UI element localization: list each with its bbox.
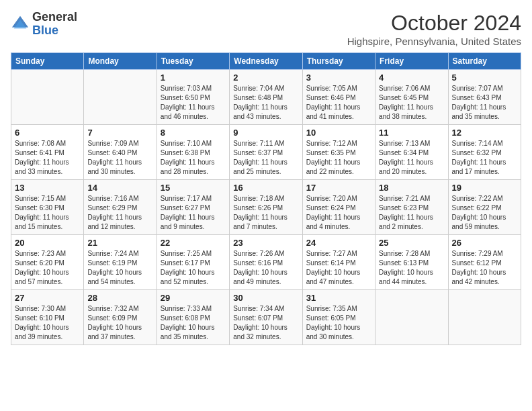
day-info: Sunrise: 7:26 AMSunset: 6:16 PMDaylight:… <box>233 249 298 287</box>
calendar-cell: 30Sunrise: 7:34 AMSunset: 6:07 PMDayligh… <box>230 290 302 345</box>
calendar-cell: 3Sunrise: 7:05 AMSunset: 6:46 PMDaylight… <box>302 70 375 125</box>
day-number: 26 <box>452 238 517 248</box>
calendar-cell: 24Sunrise: 7:27 AMSunset: 6:14 PMDayligh… <box>302 235 375 290</box>
calendar-cell: 18Sunrise: 7:21 AMSunset: 6:23 PMDayligh… <box>375 180 448 235</box>
day-info: Sunrise: 7:25 AMSunset: 6:17 PMDaylight:… <box>161 249 226 287</box>
title-block: October 2024 Highspire, Pennsylvania, Un… <box>347 11 521 47</box>
day-info: Sunrise: 7:35 AMSunset: 6:05 PMDaylight:… <box>306 304 371 342</box>
day-number: 7 <box>87 128 152 138</box>
calendar-week-row: 27Sunrise: 7:30 AMSunset: 6:10 PMDayligh… <box>11 290 521 345</box>
calendar-cell: 7Sunrise: 7:09 AMSunset: 6:40 PMDaylight… <box>84 125 157 180</box>
day-number: 11 <box>379 128 444 138</box>
day-number: 3 <box>306 73 371 83</box>
day-info: Sunrise: 7:32 AMSunset: 6:09 PMDaylight:… <box>87 304 152 342</box>
calendar-table: SundayMondayTuesdayWednesdayThursdayFrid… <box>11 52 521 345</box>
day-number: 2 <box>233 73 298 83</box>
day-info: Sunrise: 7:22 AMSunset: 6:22 PMDaylight:… <box>452 194 517 232</box>
calendar-cell: 13Sunrise: 7:15 AMSunset: 6:30 PMDayligh… <box>11 180 84 235</box>
calendar-cell: 1Sunrise: 7:03 AMSunset: 6:50 PMDaylight… <box>157 70 229 125</box>
day-info: Sunrise: 7:15 AMSunset: 6:30 PMDaylight:… <box>15 194 80 232</box>
day-header-sunday: Sunday <box>11 53 84 70</box>
calendar-cell: 14Sunrise: 7:16 AMSunset: 6:29 PMDayligh… <box>84 180 157 235</box>
day-number: 4 <box>379 73 444 83</box>
calendar-cell: 21Sunrise: 7:24 AMSunset: 6:19 PMDayligh… <box>84 235 157 290</box>
day-number: 31 <box>306 293 371 303</box>
logo-general-text: General <box>32 10 77 24</box>
calendar-cell <box>375 290 448 345</box>
calendar-cell: 2Sunrise: 7:04 AMSunset: 6:48 PMDaylight… <box>230 70 302 125</box>
calendar-cell <box>84 70 157 125</box>
day-number: 19 <box>452 183 517 193</box>
calendar-cell: 6Sunrise: 7:08 AMSunset: 6:41 PMDaylight… <box>11 125 84 180</box>
day-number: 16 <box>233 183 298 193</box>
day-info: Sunrise: 7:20 AMSunset: 6:24 PMDaylight:… <box>306 194 371 232</box>
calendar-cell: 11Sunrise: 7:13 AMSunset: 6:34 PMDayligh… <box>375 125 448 180</box>
day-number: 15 <box>161 183 226 193</box>
calendar-cell: 27Sunrise: 7:30 AMSunset: 6:10 PMDayligh… <box>11 290 84 345</box>
day-number: 22 <box>161 238 226 248</box>
day-number: 5 <box>452 73 517 83</box>
page-header: General Blue October 2024 Highspire, Pen… <box>11 11 521 47</box>
day-header-saturday: Saturday <box>448 53 521 70</box>
day-number: 8 <box>161 128 226 138</box>
calendar-cell: 23Sunrise: 7:26 AMSunset: 6:16 PMDayligh… <box>230 235 302 290</box>
calendar-cell: 8Sunrise: 7:10 AMSunset: 6:38 PMDaylight… <box>157 125 229 180</box>
day-info: Sunrise: 7:21 AMSunset: 6:23 PMDaylight:… <box>379 194 444 232</box>
logo-icon <box>11 15 30 34</box>
calendar-cell <box>11 70 84 125</box>
month-title: October 2024 <box>347 11 521 36</box>
day-header-friday: Friday <box>375 53 448 70</box>
day-number: 30 <box>233 293 298 303</box>
day-number: 1 <box>161 73 226 83</box>
calendar-cell: 4Sunrise: 7:06 AMSunset: 6:45 PMDaylight… <box>375 70 448 125</box>
calendar-cell: 15Sunrise: 7:17 AMSunset: 6:27 PMDayligh… <box>157 180 229 235</box>
logo: General Blue <box>11 11 77 38</box>
calendar-cell: 10Sunrise: 7:12 AMSunset: 6:35 PMDayligh… <box>302 125 375 180</box>
day-number: 6 <box>15 128 80 138</box>
day-info: Sunrise: 7:24 AMSunset: 6:19 PMDaylight:… <box>87 249 152 287</box>
day-info: Sunrise: 7:23 AMSunset: 6:20 PMDaylight:… <box>15 249 80 287</box>
day-number: 27 <box>15 293 80 303</box>
calendar-cell: 12Sunrise: 7:14 AMSunset: 6:32 PMDayligh… <box>448 125 521 180</box>
calendar-week-row: 20Sunrise: 7:23 AMSunset: 6:20 PMDayligh… <box>11 235 521 290</box>
day-info: Sunrise: 7:28 AMSunset: 6:13 PMDaylight:… <box>379 249 444 287</box>
calendar-cell: 31Sunrise: 7:35 AMSunset: 6:05 PMDayligh… <box>302 290 375 345</box>
day-info: Sunrise: 7:06 AMSunset: 6:45 PMDaylight:… <box>379 84 444 122</box>
calendar-header-row: SundayMondayTuesdayWednesdayThursdayFrid… <box>11 53 521 70</box>
calendar-cell: 5Sunrise: 7:07 AMSunset: 6:43 PMDaylight… <box>448 70 521 125</box>
day-info: Sunrise: 7:09 AMSunset: 6:40 PMDaylight:… <box>87 139 152 177</box>
day-number: 14 <box>87 183 152 193</box>
day-header-tuesday: Tuesday <box>157 53 229 70</box>
day-number: 29 <box>161 293 226 303</box>
calendar-week-row: 1Sunrise: 7:03 AMSunset: 6:50 PMDaylight… <box>11 70 521 125</box>
calendar-cell: 25Sunrise: 7:28 AMSunset: 6:13 PMDayligh… <box>375 235 448 290</box>
calendar-cell: 22Sunrise: 7:25 AMSunset: 6:17 PMDayligh… <box>157 235 229 290</box>
day-number: 13 <box>15 183 80 193</box>
day-info: Sunrise: 7:13 AMSunset: 6:34 PMDaylight:… <box>379 139 444 177</box>
day-info: Sunrise: 7:34 AMSunset: 6:07 PMDaylight:… <box>233 304 298 342</box>
day-info: Sunrise: 7:11 AMSunset: 6:37 PMDaylight:… <box>233 139 298 177</box>
day-info: Sunrise: 7:27 AMSunset: 6:14 PMDaylight:… <box>306 249 371 287</box>
day-number: 18 <box>379 183 444 193</box>
day-info: Sunrise: 7:33 AMSunset: 6:08 PMDaylight:… <box>161 304 226 342</box>
day-info: Sunrise: 7:17 AMSunset: 6:27 PMDaylight:… <box>161 194 226 232</box>
day-number: 12 <box>452 128 517 138</box>
day-number: 17 <box>306 183 371 193</box>
day-number: 10 <box>306 128 371 138</box>
day-header-wednesday: Wednesday <box>230 53 302 70</box>
calendar-cell: 9Sunrise: 7:11 AMSunset: 6:37 PMDaylight… <box>230 125 302 180</box>
day-info: Sunrise: 7:14 AMSunset: 6:32 PMDaylight:… <box>452 139 517 177</box>
day-info: Sunrise: 7:05 AMSunset: 6:46 PMDaylight:… <box>306 84 371 122</box>
calendar-cell: 29Sunrise: 7:33 AMSunset: 6:08 PMDayligh… <box>157 290 229 345</box>
day-number: 24 <box>306 238 371 248</box>
day-info: Sunrise: 7:04 AMSunset: 6:48 PMDaylight:… <box>233 84 298 122</box>
calendar-cell: 20Sunrise: 7:23 AMSunset: 6:20 PMDayligh… <box>11 235 84 290</box>
calendar-cell: 16Sunrise: 7:18 AMSunset: 6:26 PMDayligh… <box>230 180 302 235</box>
day-info: Sunrise: 7:07 AMSunset: 6:43 PMDaylight:… <box>452 84 517 122</box>
day-info: Sunrise: 7:12 AMSunset: 6:35 PMDaylight:… <box>306 139 371 177</box>
calendar-week-row: 13Sunrise: 7:15 AMSunset: 6:30 PMDayligh… <box>11 180 521 235</box>
day-info: Sunrise: 7:18 AMSunset: 6:26 PMDaylight:… <box>233 194 298 232</box>
day-info: Sunrise: 7:10 AMSunset: 6:38 PMDaylight:… <box>161 139 226 177</box>
day-info: Sunrise: 7:08 AMSunset: 6:41 PMDaylight:… <box>15 139 80 177</box>
day-info: Sunrise: 7:30 AMSunset: 6:10 PMDaylight:… <box>15 304 80 342</box>
